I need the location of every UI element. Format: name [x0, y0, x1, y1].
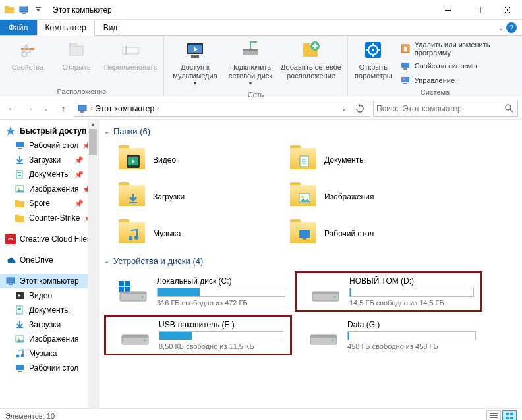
tree-item[interactable]: Counter-Strike📌 [0, 211, 98, 225]
tree-item[interactable]: Документы📌 [0, 167, 98, 182]
section-folders[interactable]: ⌄ Папки (6) [104, 122, 522, 142]
svg-rect-102 [490, 417, 498, 418]
tree-item[interactable]: Загрузки [0, 317, 98, 332]
collapse-ribbon-icon[interactable]: ⌄ [498, 24, 504, 32]
folder-icon [4, 5, 14, 15]
scroll-up-icon[interactable]: ▲ [88, 120, 98, 129]
details-view-button[interactable] [486, 410, 501, 421]
tab-view[interactable]: Вид [95, 20, 127, 35]
documents-icon [14, 169, 25, 180]
music-icon [14, 348, 25, 359]
tree-this-pc[interactable]: Этот компьютер [0, 274, 98, 288]
svg-rect-75 [302, 161, 306, 162]
tree-item[interactable]: Музыка [0, 346, 98, 361]
drive-item[interactable]: Локальный диск (C:)316 ГБ свободно из 47… [104, 271, 292, 312]
media-access-button[interactable]: Доступ к мультимедиа ▾ [168, 37, 222, 90]
manage-button[interactable]: Управление [396, 74, 518, 87]
svg-rect-47 [18, 175, 21, 176]
tree-item[interactable]: Изображения📌 [0, 182, 98, 196]
svg-rect-50 [15, 201, 24, 207]
folder-item[interactable]: Видео [104, 142, 276, 178]
uninstall-button[interactable]: Удалить или изменить программу [396, 39, 518, 58]
drive-icon [117, 280, 149, 303]
folder-icon [14, 213, 25, 223]
tree-creative-cloud[interactable]: Creative Cloud Files [0, 232, 98, 246]
rename-button[interactable]: Переименовать [102, 37, 160, 74]
svg-point-65 [18, 338, 20, 340]
tree-item[interactable]: Изображения [0, 332, 98, 346]
svg-point-38 [506, 105, 511, 110]
svg-rect-55 [7, 278, 14, 283]
address-bar[interactable]: › Этот компьютер › ⌄ [74, 101, 370, 117]
downloads-icon [14, 319, 25, 330]
map-drive-button[interactable]: Подключить сетевой диск ▾ [223, 37, 277, 90]
folder-item[interactable]: Рабочий стол [276, 215, 447, 252]
svg-rect-77 [129, 202, 137, 203]
drive-icon [308, 323, 339, 347]
add-location-button[interactable]: Добавить сетевое расположение [279, 37, 343, 83]
drive-item[interactable]: Data (G:)458 ГБ свободно из 458 ГБ [295, 315, 482, 355]
chevron-right-icon[interactable]: › [157, 105, 159, 112]
drive-capacity-bar [347, 331, 476, 340]
tree-item[interactable]: Рабочий стол [0, 361, 98, 375]
folder-icon [117, 219, 146, 248]
close-button[interactable] [492, 0, 522, 20]
svg-rect-35 [403, 83, 407, 84]
tab-file[interactable]: Файл [0, 20, 37, 35]
help-icon[interactable]: ? [506, 22, 517, 33]
status-bar: Элементов: 10 [0, 408, 522, 420]
folder-label: Загрузки [153, 192, 185, 201]
drive-grid: Локальный диск (C:)316 ГБ свободно из 47… [104, 271, 522, 355]
nav-back-button[interactable]: ← [4, 101, 20, 117]
folder-item[interactable]: Загрузки [104, 178, 276, 215]
open-settings-button[interactable]: Открыть параметры [352, 37, 395, 83]
sidebar-scrollbar[interactable]: ▲ [88, 120, 98, 408]
svg-point-67 [21, 354, 24, 357]
nav-forward-button[interactable]: → [21, 101, 37, 117]
tree-item[interactable]: Spore📌 [0, 196, 98, 211]
nav-up-button[interactable]: ↑ [55, 101, 71, 117]
tree-item[interactable]: Загрузки📌 [0, 153, 98, 167]
tree-item[interactable]: Видео [0, 288, 98, 303]
svg-rect-62 [18, 311, 21, 311]
chevron-right-icon[interactable]: › [90, 105, 92, 112]
tiles-view-button[interactable] [502, 410, 517, 421]
refresh-button[interactable] [353, 101, 367, 116]
scroll-thumb[interactable] [89, 129, 97, 155]
computer-icon[interactable] [18, 5, 29, 15]
svg-rect-53 [15, 215, 19, 217]
folder-item[interactable]: Документы [276, 142, 447, 178]
drive-item[interactable]: USB-накопитель (E:)8,50 КБ свободно из 1… [104, 315, 292, 355]
search-icon[interactable] [504, 103, 515, 114]
open-button[interactable]: Открыть [53, 37, 100, 74]
search-box[interactable] [373, 101, 518, 117]
search-input[interactable] [376, 104, 504, 113]
drive-item[interactable]: НОВЫЙ ТОМ (D:)14,5 ГБ свободно из 14,5 Г… [295, 271, 482, 312]
ribbon-group-location: Свойства Открыть Переименовать Расположе… [0, 36, 164, 97]
minimize-button[interactable] [433, 0, 463, 20]
tab-computer[interactable]: Компьютер [37, 20, 95, 36]
tree-quick-access[interactable]: Быстрый доступ [0, 124, 98, 138]
drive-name: Локальный диск (C:) [157, 276, 285, 286]
tree-item[interactable]: Документы [0, 303, 98, 317]
folder-label: Документы [324, 155, 365, 165]
svg-rect-9 [70, 46, 83, 55]
qat-dropdown-icon[interactable] [33, 5, 44, 15]
svg-rect-18 [243, 49, 258, 51]
svg-point-96 [144, 340, 146, 342]
tree-onedrive[interactable]: OneDrive [0, 253, 98, 267]
pin-icon: 📌 [74, 171, 84, 179]
nav-recent-button[interactable]: ⌄ [38, 101, 54, 117]
svg-rect-56 [9, 284, 13, 285]
folder-item[interactable]: Изображения [276, 178, 447, 215]
section-devices[interactable]: ⌄ Устройства и диски (4) [104, 252, 522, 271]
tree-item[interactable]: Рабочий стол📌 [0, 138, 98, 153]
maximize-button[interactable] [463, 0, 492, 20]
properties-button[interactable]: Свойства [4, 37, 51, 74]
drive-name: НОВЫЙ ТОМ (D:) [349, 276, 474, 286]
system-properties-button[interactable]: Свойства системы [396, 59, 518, 72]
breadcrumb-this-pc[interactable]: Этот компьютер [95, 104, 154, 113]
pictures-icon [14, 184, 25, 194]
address-dropdown-button[interactable]: ⌄ [337, 101, 351, 116]
folder-item[interactable]: Музыка [104, 215, 276, 252]
